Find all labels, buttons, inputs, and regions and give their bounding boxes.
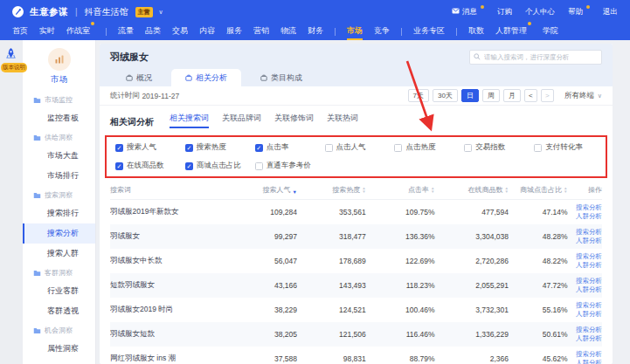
checkbox-checked-icon[interactable]: ✓ <box>255 144 263 152</box>
column-header[interactable]: 搜索人气▲▼ <box>233 182 297 200</box>
column-header[interactable]: 搜索热度▲▼ <box>297 182 366 200</box>
header-menu-item[interactable]: 个人中心 <box>525 7 555 17</box>
sort-icon[interactable]: ▲▼ <box>362 187 365 194</box>
metric-checkbox[interactable]: 直通车参考价 <box>255 161 325 171</box>
sidebar-group-label[interactable]: 机会洞察 <box>23 321 95 339</box>
metric-checkbox[interactable]: ✓商城点击占比 <box>185 161 255 171</box>
rocket-icon[interactable] <box>4 47 17 62</box>
nav-item[interactable]: 首页 <box>12 24 28 40</box>
nav-item[interactable]: 交易 <box>172 24 188 40</box>
checkbox-checked-icon[interactable]: ✓ <box>115 144 123 152</box>
checkbox-unchecked-icon[interactable] <box>255 162 263 170</box>
metric-checkbox[interactable]: ✓搜索热度 <box>185 142 255 153</box>
version-badge[interactable]: 版本说明 <box>1 63 27 72</box>
date-range-button[interactable]: 7天 <box>408 89 429 102</box>
sidebar-item[interactable]: 监控看板 <box>23 108 95 128</box>
sort-icon[interactable]: ▲▼ <box>292 187 296 194</box>
sidebar-group-label[interactable]: 供给洞察 <box>23 128 95 146</box>
nav-item[interactable]: 品类 <box>145 24 161 40</box>
header-menu-item[interactable]: 退出 <box>603 7 618 17</box>
metric-checkbox[interactable]: ✓在线商品数 <box>115 161 185 171</box>
column-header[interactable]: 在线商品数▲▼ <box>435 182 509 200</box>
metric-checkbox[interactable]: 点击热度 <box>394 142 464 153</box>
header-menu-item[interactable]: 订购 <box>497 7 512 17</box>
nav-item[interactable]: 物流 <box>280 24 296 40</box>
action-link[interactable]: 人群分析 <box>568 334 602 343</box>
sort-icon[interactable]: ▲▼ <box>505 187 509 194</box>
action-link[interactable]: 人群分析 <box>568 212 602 221</box>
nav-item[interactable]: 业务专区 <box>413 24 445 40</box>
action-link[interactable]: 人群分析 <box>568 310 602 319</box>
nav-item[interactable]: 学院 <box>543 24 558 40</box>
date-range-button[interactable]: 月 <box>503 89 521 102</box>
sidebar-item[interactable]: 属性洞察 <box>23 339 95 359</box>
metric-checkbox[interactable]: ✓搜索人气 <box>115 142 185 153</box>
nav-item[interactable]: 实时 <box>39 24 55 40</box>
metric-checkbox[interactable]: 点击人气 <box>325 142 395 153</box>
checkbox-checked-icon[interactable]: ✓ <box>115 162 123 170</box>
tab[interactable]: 相关分析 <box>171 69 241 86</box>
action-link[interactable]: 人群分析 <box>568 261 602 270</box>
nav-item[interactable]: 竞争 <box>374 24 390 40</box>
date-range-button[interactable]: 周 <box>482 89 500 102</box>
action-link[interactable]: 搜索分析 <box>568 326 602 334</box>
checkbox-unchecked-icon[interactable] <box>534 144 542 152</box>
checkbox-checked-icon[interactable]: ✓ <box>185 162 193 170</box>
column-header[interactable]: 商城点击占比▲▼ <box>509 182 568 200</box>
header-menu-item[interactable]: 帮助 <box>568 7 590 17</box>
sidebar-item[interactable]: 搜索排行 <box>23 203 95 223</box>
sidebar-item[interactable]: 行业客群 <box>23 281 95 301</box>
header-menu-item[interactable]: 消息 <box>452 7 484 17</box>
action-link[interactable]: 搜索分析 <box>568 252 602 261</box>
metric-checkbox[interactable]: 交易指数 <box>464 142 534 153</box>
action-link[interactable]: 搜索分析 <box>568 228 602 237</box>
action-link[interactable]: 搜索分析 <box>568 277 602 285</box>
terminal-dropdown[interactable]: 所有终端 ∨ <box>564 91 602 101</box>
checkbox-unchecked-icon[interactable] <box>394 144 402 152</box>
sidebar-group-label[interactable]: 市场监控 <box>23 91 95 108</box>
word-tab[interactable]: 关联修饰词 <box>274 113 314 128</box>
nav-item[interactable]: 取数 <box>468 24 484 40</box>
action-link[interactable]: 搜索分析 <box>568 203 602 212</box>
nav-item[interactable]: 财务 <box>308 24 323 40</box>
nav-item[interactable]: 流量 <box>118 24 134 40</box>
checkbox-unchecked-icon[interactable] <box>325 144 333 152</box>
action-link[interactable]: 搜索分析 <box>568 350 602 359</box>
metric-checkbox[interactable]: ✓点击率 <box>255 142 325 153</box>
checkbox-unchecked-icon[interactable] <box>464 144 472 152</box>
checkbox-checked-icon[interactable]: ✓ <box>185 144 193 152</box>
word-tab[interactable]: 关联热词 <box>327 113 358 128</box>
action-link[interactable]: 人群分析 <box>568 285 602 294</box>
action-link[interactable]: 人群分析 <box>568 359 602 364</box>
sidebar-item[interactable]: 市场大盘 <box>23 146 95 166</box>
sidebar-item[interactable]: 搜索分析 <box>23 223 95 244</box>
column-header[interactable]: 点击率▲▼ <box>366 182 435 200</box>
metric-checkbox[interactable]: 支付转化率 <box>534 142 604 153</box>
sidebar-group-label[interactable]: 搜索洞察 <box>23 186 95 203</box>
nav-item[interactable]: 内容 <box>199 24 215 40</box>
tab[interactable]: 类目构成 <box>246 69 316 86</box>
action-link[interactable]: 人群分析 <box>568 237 602 245</box>
word-tab[interactable]: 相关搜索词 <box>170 113 209 128</box>
nav-item[interactable]: 市场 <box>347 24 363 40</box>
sidebar-item[interactable]: 产品洞察 <box>23 359 95 364</box>
nav-item[interactable]: 作战室 <box>66 24 94 40</box>
sidebar-item[interactable]: 市场排行 <box>23 166 95 186</box>
chevron-down-icon[interactable]: ∨ <box>159 9 163 16</box>
nav-item[interactable]: 人群管理 <box>495 24 531 40</box>
prev-button[interactable]: < <box>524 89 537 102</box>
date-range-button[interactable]: 30天 <box>433 89 458 102</box>
nav-item[interactable]: 服务 <box>226 24 242 40</box>
word-tab[interactable]: 关联品牌词 <box>222 113 261 128</box>
next-button[interactable]: > <box>541 89 554 102</box>
sidebar-item[interactable]: 搜索人群 <box>23 244 95 264</box>
action-link[interactable]: 搜索分析 <box>568 301 602 310</box>
sidebar-group-label[interactable]: 客群洞察 <box>23 264 95 281</box>
sidebar-module[interactable]: 市场 <box>23 40 95 91</box>
sort-icon[interactable]: ▲▼ <box>564 187 567 194</box>
search-input[interactable] <box>469 50 602 65</box>
tab[interactable]: 概况 <box>112 69 166 86</box>
date-range-button[interactable]: 日 <box>461 89 479 102</box>
nav-item[interactable]: 营销 <box>253 24 269 40</box>
sort-icon[interactable]: ▲▼ <box>431 187 434 194</box>
